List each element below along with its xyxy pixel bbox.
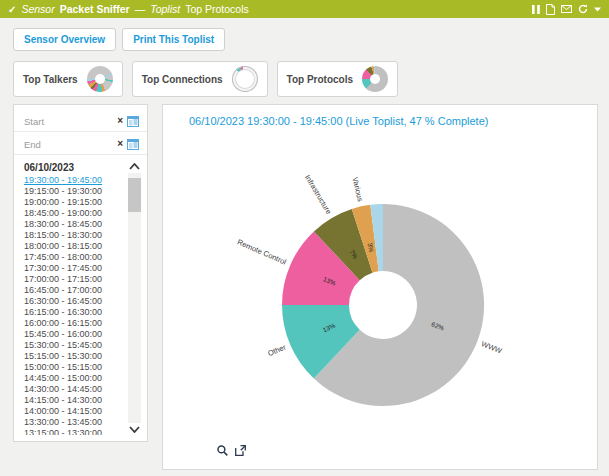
print-toplist-button[interactable]: Print This Toplist [122, 28, 225, 51]
time-range-item[interactable]: 16:45:00 - 17:00:00 [24, 285, 127, 296]
card-top-talkers[interactable]: Top Talkers [13, 61, 123, 97]
time-range-item[interactable]: 19:15:00 - 19:30:00 [24, 186, 127, 197]
top-protocols-pie-icon [362, 66, 388, 92]
interval-picker-panel: × × 06/10/2023 19:30:00 - 19:45:0019:15:… [13, 104, 148, 442]
open-in-new-window-icon[interactable] [235, 445, 246, 456]
status-check-icon: ✓ [8, 4, 16, 15]
interval-list-wrap: 06/10/2023 19:30:00 - 19:45:0019:15:00 -… [14, 157, 147, 441]
time-range-item[interactable]: 14:45:00 - 15:00:00 [24, 373, 127, 384]
time-list: 19:30:00 - 19:45:0019:15:00 - 19:30:0019… [24, 175, 127, 435]
end-calendar-icon[interactable] [127, 139, 139, 150]
toplist-name: Top Protocols [185, 3, 249, 15]
refresh-icon[interactable] [578, 4, 588, 14]
time-range-item[interactable]: 18:15:00 - 18:30:00 [24, 230, 127, 241]
pause-icon[interactable] [532, 5, 540, 14]
start-calendar-icon[interactable] [127, 116, 139, 127]
scrollbar-track[interactable] [128, 173, 141, 423]
sensor-header-bar: ✓ Sensor Packet Sniffer — Toplist Top Pr… [0, 0, 609, 18]
time-range-item[interactable]: 13:15:00 - 13:30:00 [24, 428, 127, 435]
sensor-name: Packet Sniffer [60, 3, 130, 15]
toplist-chart-panel: 06/10/2023 19:30:00 - 19:45:00 (Live Top… [162, 104, 598, 470]
time-range-item[interactable]: 18:30:00 - 18:45:00 [24, 219, 127, 230]
top-connections-pie-icon [232, 66, 258, 92]
toolbar: Sensor Overview Print This Toplist [0, 18, 609, 51]
header-separator: — [135, 3, 146, 15]
slice-label-infrastructure: Infrastructure [303, 173, 333, 216]
email-icon[interactable] [561, 5, 572, 13]
top-talkers-pie-icon [87, 66, 113, 92]
protocol-donut: WWW62%Other13%Remote Control13%Infrastru… [163, 105, 599, 469]
slice-label-various: Various [351, 176, 365, 202]
report-icon[interactable] [546, 4, 555, 15]
card-top-protocols[interactable]: Top Protocols [277, 61, 398, 97]
caret-down-icon[interactable] [594, 7, 601, 12]
time-range-item[interactable]: 14:15:00 - 14:30:00 [24, 395, 127, 406]
card-top-talkers-label: Top Talkers [23, 74, 78, 85]
time-range-item[interactable]: 15:30:00 - 15:45:00 [24, 340, 127, 351]
interval-list-col: 06/10/2023 19:30:00 - 19:45:0019:15:00 -… [14, 161, 127, 435]
time-range-item[interactable]: 19:30:00 - 19:45:00 [24, 175, 127, 186]
time-range-item[interactable]: 14:00:00 - 14:15:00 [24, 406, 127, 417]
start-date-input[interactable] [24, 116, 115, 127]
time-range-item[interactable]: 16:15:00 - 16:30:00 [24, 307, 127, 318]
card-top-protocols-label: Top Protocols [287, 74, 353, 85]
time-range-item[interactable]: 15:45:00 - 16:00:00 [24, 329, 127, 340]
end-date-row: × [14, 134, 147, 155]
time-range-item[interactable]: 14:30:00 - 14:45:00 [24, 384, 127, 395]
page: ✓ Sensor Packet Sniffer — Toplist Top Pr… [0, 0, 609, 476]
zoom-icon[interactable] [217, 445, 228, 456]
slice-label-remote-control: Remote Control [236, 237, 288, 266]
time-range-item[interactable]: 17:45:00 - 18:00:00 [24, 252, 127, 263]
sensor-overview-button[interactable]: Sensor Overview [13, 28, 116, 51]
time-range-item[interactable]: 17:00:00 - 17:15:00 [24, 274, 127, 285]
card-top-connections[interactable]: Top Connections [132, 61, 268, 97]
time-range-item[interactable]: 17:30:00 - 17:45:00 [24, 263, 127, 274]
start-clear-icon[interactable]: × [117, 116, 123, 126]
slice-label-www: WWW [480, 339, 504, 356]
chart-footer-icons [217, 445, 246, 456]
time-range-item[interactable]: 18:00:00 - 18:15:00 [24, 241, 127, 252]
toplist-label: Toplist [150, 3, 180, 15]
time-range-item[interactable]: 15:00:00 - 15:15:00 [24, 362, 127, 373]
end-date-input[interactable] [24, 139, 115, 150]
scrollbar-thumb[interactable] [128, 178, 141, 212]
sensor-kind-label: Sensor [21, 3, 54, 15]
interval-scrollbar [127, 161, 142, 435]
time-range-item[interactable]: 13:30:00 - 13:45:00 [24, 417, 127, 428]
end-clear-icon[interactable]: × [117, 139, 123, 149]
scroll-down-icon[interactable] [129, 426, 140, 433]
time-range-item[interactable]: 18:45:00 - 19:00:00 [24, 208, 127, 219]
start-date-row: × [14, 111, 147, 132]
header-actions [532, 4, 601, 15]
content-row: × × 06/10/2023 19:30:00 - 19:45:0019:15:… [13, 104, 598, 470]
slice-label-other: Other [266, 342, 287, 358]
time-range-item[interactable]: 16:30:00 - 16:45:00 [24, 296, 127, 307]
time-range-item[interactable]: 16:00:00 - 16:15:00 [24, 318, 127, 329]
scroll-up-icon[interactable] [129, 163, 140, 170]
time-range-item[interactable]: 15:15:00 - 15:30:00 [24, 351, 127, 362]
time-range-item[interactable]: 19:00:00 - 19:15:00 [24, 197, 127, 208]
card-top-connections-label: Top Connections [142, 74, 223, 85]
toplist-cards: Top Talkers Top Connections Top Protocol… [0, 51, 609, 97]
interval-date-header: 06/10/2023 [24, 161, 127, 175]
